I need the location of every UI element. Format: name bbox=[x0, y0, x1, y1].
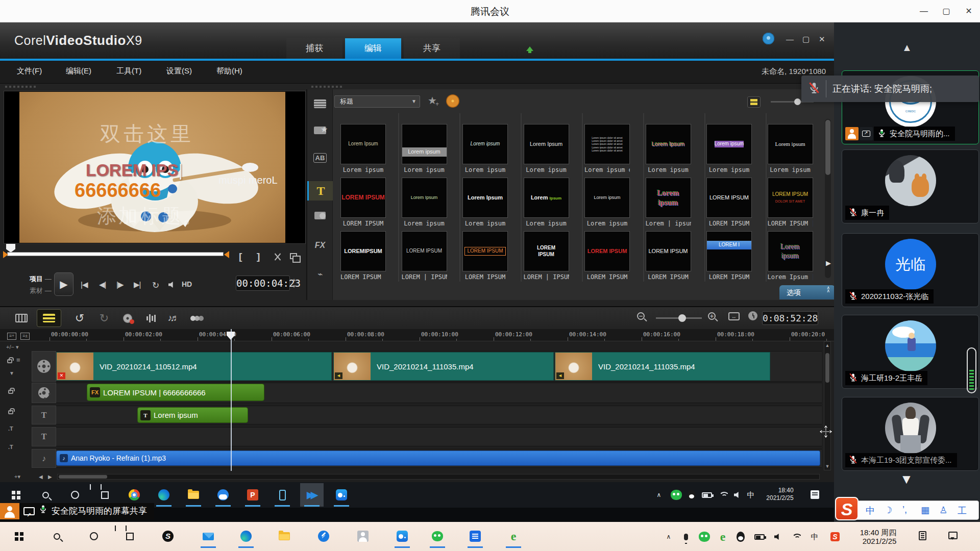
graphic-library-icon[interactable] bbox=[307, 212, 333, 221]
export-arrow-icon[interactable] bbox=[526, 43, 534, 53]
your-phone-icon[interactable] bbox=[271, 483, 294, 507]
next-frame-button[interactable]: |▶ bbox=[116, 280, 123, 289]
zoom-in-icon[interactable]: + bbox=[708, 312, 716, 320]
battery-tray-icon[interactable] bbox=[700, 489, 714, 501]
action-center-icon[interactable] bbox=[948, 532, 958, 539]
wechat-icon[interactable] bbox=[426, 524, 449, 548]
file-explorer-icon[interactable] bbox=[273, 524, 296, 548]
sogou-user-dict-icon[interactable]: ♙ bbox=[939, 505, 947, 516]
title-library-icon[interactable]: T bbox=[307, 181, 333, 201]
title-lock-icon[interactable] bbox=[8, 410, 13, 414]
enlarge-preview-icon[interactable] bbox=[290, 253, 297, 259]
timeline-timecode[interactable]: 0:08:52:28 bbox=[762, 311, 818, 325]
repeat-button[interactable]: ↻ bbox=[152, 280, 159, 291]
timeline-zoom-slider[interactable] bbox=[656, 317, 702, 319]
sogou-logo-icon[interactable]: S bbox=[835, 497, 859, 520]
vs-restore-button[interactable]: ▢ bbox=[802, 35, 810, 44]
tab-0[interactable]: 捕获 bbox=[286, 38, 342, 59]
mark-in-button[interactable]: [ bbox=[239, 251, 242, 262]
timecode-stepper[interactable]: ▲▼ bbox=[292, 277, 296, 290]
timeline-ruler[interactable]: 00:00:00:00 00:00:02:00 00:00:04:00 00:0… bbox=[0, 329, 834, 341]
sogou-ime-toolbar[interactable]: S 中☽’,▦♙工 bbox=[839, 500, 979, 520]
mic-tray-icon[interactable] bbox=[679, 530, 693, 543]
tab-2[interactable]: 共享 bbox=[404, 38, 460, 59]
play-button[interactable]: ▶ bbox=[54, 272, 74, 296]
task-view-icon[interactable] bbox=[118, 524, 141, 548]
ride-lock-icon[interactable] bbox=[7, 359, 12, 363]
timeline-hscrollbar[interactable] bbox=[57, 474, 820, 480]
library-item[interactable]: Lorem IpsumLorem ipsum bbox=[462, 178, 523, 227]
sogou-tools-icon[interactable]: 工 bbox=[958, 505, 967, 517]
duration-icon[interactable] bbox=[748, 311, 757, 320]
scroll-up-icon[interactable]: ▲ bbox=[902, 42, 912, 54]
participant-tile[interactable]: 康一冉 bbox=[842, 149, 979, 223]
ie-icon[interactable]: e bbox=[502, 524, 525, 548]
ime-zh-tray-icon[interactable]: 中 bbox=[744, 489, 757, 501]
library-item[interactable]: Lorem ipsumLorem Ipsum |... bbox=[768, 231, 828, 281]
fit-timeline-icon[interactable]: ↔ bbox=[728, 312, 740, 320]
library-item[interactable]: Lorem IpsumLorem ipsum bbox=[340, 124, 401, 173]
action-center-icon[interactable] bbox=[811, 490, 819, 499]
library-item[interactable]: Lorem ipsumLorem ipsum bbox=[402, 124, 462, 173]
scroll-right-icon[interactable]: ▶ bbox=[48, 474, 52, 480]
sogou-keyboard-icon[interactable]: ▦ bbox=[921, 505, 929, 516]
ie-tray-icon[interactable]: e bbox=[716, 530, 730, 543]
undo-icon[interactable]: ↺ bbox=[67, 309, 92, 327]
hd-toggle[interactable]: HD bbox=[182, 280, 192, 288]
library-item[interactable]: Lorem IpsumLorem ipsum bbox=[646, 124, 706, 173]
media-library-icon[interactable] bbox=[307, 99, 333, 110]
participant-tile[interactable]: 本海工19-3团支部宣传委... bbox=[842, 397, 979, 471]
participant-tile[interactable]: 光临 2020211032-张光临 bbox=[842, 233, 979, 307]
redo-icon[interactable]: ↻ bbox=[92, 309, 116, 327]
music-track-header[interactable]: ♪ bbox=[32, 449, 56, 468]
library-scrollbar[interactable] bbox=[825, 119, 831, 278]
powerpoint-icon[interactable]: P bbox=[241, 483, 264, 507]
tencent-meeting-icon[interactable] bbox=[330, 483, 353, 507]
video-clip-2[interactable]: ◄ VID_20210214_111035.mp4 bbox=[555, 352, 770, 381]
wifi-tray-icon[interactable] bbox=[717, 489, 730, 501]
track-options-icon[interactable] bbox=[185, 309, 209, 327]
panel-expand-icon[interactable]: ▶ bbox=[826, 259, 831, 267]
taskbar-clock[interactable]: 18:40 周四2021/2/25 bbox=[851, 528, 905, 545]
timeline-view-icon[interactable] bbox=[37, 309, 61, 327]
sogou-punctuation-icon[interactable]: ’, bbox=[902, 505, 907, 515]
track-manager-icon[interactable]: ≡+ bbox=[7, 333, 16, 340]
tab-1[interactable]: 编辑 bbox=[345, 38, 401, 59]
edge-icon[interactable] bbox=[152, 483, 176, 507]
sogou-night-mode-icon[interactable]: ☽ bbox=[884, 505, 892, 516]
list-view-icon[interactable] bbox=[747, 96, 761, 108]
library-item[interactable]: LOREM IPSUMDOLOR SIT AMETLOREM IPSUM |..… bbox=[768, 178, 828, 227]
qq-tray-icon[interactable] bbox=[733, 530, 748, 543]
motion-path-icon[interactable]: ⌁ bbox=[307, 269, 333, 280]
docs-icon[interactable] bbox=[463, 524, 487, 548]
file-explorer-icon[interactable] bbox=[182, 483, 205, 507]
library-item[interactable]: LOREM ILOREM IPSUM bbox=[706, 231, 767, 281]
library-item[interactable]: Lorem IpsumLorem ipsum bbox=[524, 178, 584, 227]
mark-out-button[interactable]: ] bbox=[257, 251, 260, 262]
library-item[interactable]: Lorem IpsumLorem ipsum bbox=[402, 178, 462, 227]
overlay-lock-icon[interactable] bbox=[8, 390, 13, 394]
wifi-tray-icon[interactable] bbox=[789, 530, 803, 543]
ripple-edit-icon[interactable]: +▾ bbox=[14, 473, 20, 480]
title-track-1-header[interactable]: T bbox=[32, 406, 56, 424]
music-clip[interactable]: ♪Anan Ryoko - Refrain (1).mp3 bbox=[56, 450, 820, 466]
video-clip-1[interactable]: ◄ VID_20210214_111035.mp4 bbox=[333, 352, 554, 381]
minimize-button[interactable]: — bbox=[913, 0, 935, 22]
title-track-2[interactable] bbox=[56, 427, 822, 446]
overlay-clip[interactable]: FXLOREM IPSUM | 6666666666 bbox=[87, 384, 264, 401]
movie-template-icon[interactable] bbox=[446, 94, 459, 108]
filter-library-icon[interactable]: FX bbox=[307, 241, 333, 250]
menu-item[interactable]: 工具(T) bbox=[116, 66, 141, 76]
library-item[interactable]: Lorem ipsumLorem ipsum bbox=[768, 124, 828, 173]
go-start-button[interactable]: |◀ bbox=[81, 280, 87, 289]
track-list-icon[interactable]: ≡ bbox=[16, 356, 20, 364]
search-icon[interactable] bbox=[45, 524, 68, 548]
media-player-icon[interactable]: ▶▶ bbox=[300, 483, 324, 507]
add-to-favorites-icon[interactable]: ★+ bbox=[428, 94, 440, 107]
vs-minimize-button[interactable]: — bbox=[786, 35, 794, 43]
chevron-up-tray-icon[interactable]: ∧ bbox=[652, 489, 666, 501]
mail-icon[interactable] bbox=[197, 524, 220, 548]
maximize-button[interactable]: ▢ bbox=[935, 0, 958, 22]
system-volume-icon[interactable] bbox=[168, 281, 176, 288]
title-track-2-header[interactable]: T bbox=[32, 427, 56, 446]
